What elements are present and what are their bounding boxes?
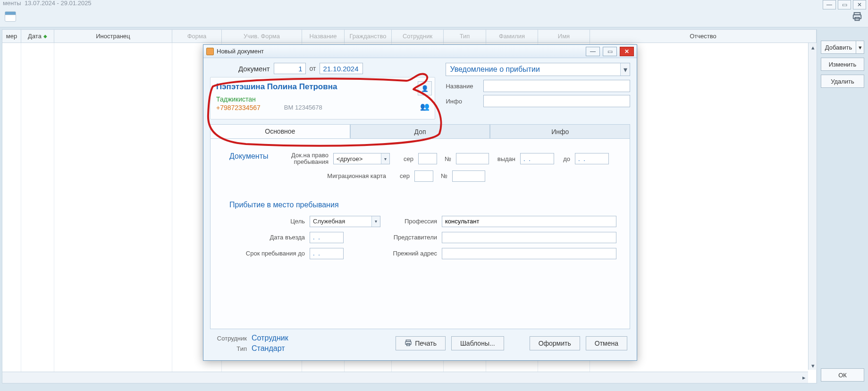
vertical-scrollbar[interactable]: ▴ ▾ bbox=[808, 43, 817, 370]
maximize-button[interactable]: ▭ bbox=[838, 0, 851, 9]
no-input[interactable] bbox=[456, 153, 489, 164]
dialog-top-left: Документ от Пэпэтэшина Полина Петровна Т… bbox=[210, 63, 435, 119]
dialog-minimize-button[interactable]: — bbox=[586, 47, 600, 56]
chevron-down-icon: ▾ bbox=[371, 216, 380, 227]
date-to: 29.01.2025 bbox=[61, 0, 92, 7]
svg-rect-4 bbox=[405, 341, 411, 344]
tab-info[interactable]: Инфо bbox=[490, 124, 630, 138]
col-forma[interactable]: Форма bbox=[172, 30, 222, 42]
footer-sotr-value[interactable]: Сотрудник bbox=[252, 334, 288, 342]
right-doc-value: <другое> bbox=[337, 155, 362, 162]
printer-icon[interactable] bbox=[851, 11, 863, 22]
cancel-button[interactable]: Отмена bbox=[586, 336, 627, 350]
ok-button[interactable]: ОК bbox=[821, 368, 864, 382]
col-name[interactable]: Имя bbox=[538, 30, 590, 42]
col-fam[interactable]: Фамилия bbox=[486, 30, 538, 42]
mig-no-input[interactable] bbox=[452, 170, 485, 182]
issued-date-input[interactable]: . . bbox=[520, 153, 554, 164]
person-add-icon[interactable]: 👥 bbox=[418, 99, 432, 113]
dialog-app-icon bbox=[206, 48, 214, 55]
printer-icon bbox=[405, 339, 412, 348]
horizontal-scrollbar[interactable]: ▸ bbox=[2, 372, 808, 383]
col-number[interactable]: мер bbox=[2, 30, 21, 42]
new-document-dialog: Новый документ — ▭ ✕ Документ от Пэпэтэш… bbox=[203, 44, 637, 361]
col-sotr[interactable]: Сотрудник bbox=[392, 30, 444, 42]
scroll-right-icon[interactable]: ▸ bbox=[800, 374, 808, 382]
stay-until-label: Срок пребывания до bbox=[244, 250, 305, 257]
document-type-select[interactable]: Уведомление о прибытии ▾ bbox=[446, 63, 630, 76]
issued-label: выдан bbox=[494, 155, 515, 162]
scroll-up-icon[interactable]: ▴ bbox=[809, 43, 817, 51]
mig-ser-input[interactable] bbox=[414, 170, 433, 182]
svg-rect-1 bbox=[853, 15, 861, 18]
templates-button[interactable]: Шаблоны... bbox=[451, 336, 504, 350]
dialog-tabs: Основное Доп Инфо bbox=[210, 124, 630, 139]
dialog-body: Документ от Пэпэтэшина Полина Петровна Т… bbox=[203, 58, 637, 360]
person-country: Таджикистан bbox=[216, 95, 429, 103]
col-patr[interactable]: Отчество bbox=[590, 30, 817, 42]
dialog-titlebar[interactable]: Новый документ — ▭ ✕ bbox=[203, 45, 637, 58]
dialog-top-row: Документ от Пэпэтэшина Полина Петровна Т… bbox=[210, 63, 630, 119]
goal-label: Цель bbox=[244, 218, 305, 225]
app-menu-bar: менты 13.07.2024 - 29.01.2025 bbox=[0, 0, 868, 6]
document-number-input[interactable] bbox=[274, 63, 306, 74]
to-label: до bbox=[559, 155, 570, 162]
side-actions: Добавить ▾ Изменить Удалить ОК bbox=[821, 27, 868, 385]
chevron-down-icon: ▾ bbox=[381, 153, 389, 164]
tab-main[interactable]: Основное bbox=[210, 124, 350, 138]
person-card-icon[interactable]: 👤 bbox=[418, 81, 432, 95]
grid-header: мер Дата◆ Иностранец Форма Учив. Форма Н… bbox=[2, 30, 817, 43]
edit-button[interactable]: Изменить bbox=[821, 58, 864, 71]
title-fragment: менты bbox=[3, 0, 21, 7]
tab-dop[interactable]: Доп bbox=[350, 124, 490, 138]
col-nazv[interactable]: Название bbox=[302, 30, 345, 42]
col-type[interactable]: Тип bbox=[444, 30, 486, 42]
stay-until-input[interactable]: . . bbox=[310, 248, 344, 259]
ser-label: сер bbox=[395, 155, 413, 162]
entry-date-input[interactable]: . . bbox=[310, 232, 344, 243]
prev-addr-label: Прежний адрес bbox=[385, 250, 437, 257]
print-button[interactable]: Печать bbox=[396, 336, 446, 350]
footer-meta: Сотрудник Сотрудник Тип Стандарт bbox=[213, 334, 317, 353]
no-label: № bbox=[442, 155, 451, 162]
to-date-input[interactable]: . . bbox=[575, 153, 609, 164]
dialog-maximize-button[interactable]: ▭ bbox=[603, 47, 617, 56]
delete-button[interactable]: Удалить bbox=[821, 75, 864, 88]
ser-input[interactable] bbox=[418, 153, 437, 164]
add-button[interactable]: Добавить bbox=[821, 41, 856, 54]
minimize-button[interactable]: — bbox=[823, 0, 836, 9]
tab-pane-main: Документы Док.на право пребывания <друго… bbox=[210, 139, 630, 329]
col-date[interactable]: Дата◆ bbox=[21, 30, 54, 42]
info-label: Инфо bbox=[446, 98, 479, 105]
toolbar bbox=[0, 6, 868, 27]
profession-input[interactable] bbox=[442, 216, 616, 227]
goal-select[interactable]: Служебная ▾ bbox=[310, 216, 380, 227]
section-documents-title: Документы bbox=[229, 152, 272, 161]
name-label: Название bbox=[446, 83, 479, 90]
dialog-top-right: Уведомление о прибытии ▾ Название Инфо bbox=[446, 63, 630, 119]
scroll-down-icon[interactable]: ▾ bbox=[809, 361, 817, 370]
chevron-down-icon: ▾ bbox=[620, 63, 630, 76]
col-citizen[interactable]: Гражданство bbox=[345, 30, 392, 42]
main-window-controls: — ▭ ✕ bbox=[823, 0, 866, 9]
reps-input[interactable] bbox=[442, 232, 616, 243]
mig-ser-label: сер bbox=[391, 172, 410, 179]
document-from-label: от bbox=[310, 65, 316, 72]
col-foreigner[interactable]: Иностранец bbox=[54, 30, 172, 42]
close-button[interactable]: ✕ bbox=[853, 0, 866, 9]
dialog-close-button[interactable]: ✕ bbox=[620, 47, 634, 56]
entry-date-label: Дата въезда bbox=[244, 234, 305, 241]
issue-button[interactable]: Оформить bbox=[530, 336, 580, 350]
right-doc-label: Док.на право пребывания bbox=[281, 152, 329, 166]
col-uchiv[interactable]: Учив. Форма bbox=[222, 30, 302, 42]
right-doc-select[interactable]: <другое> ▾ bbox=[333, 153, 390, 164]
name-input[interactable] bbox=[483, 80, 630, 92]
dialog-title: Новый документ bbox=[217, 48, 264, 55]
prev-addr-input[interactable] bbox=[442, 248, 616, 259]
add-dropdown-button[interactable]: ▾ bbox=[856, 41, 864, 54]
info-input[interactable] bbox=[483, 95, 630, 107]
document-type-value: Уведомление о прибытии bbox=[450, 65, 539, 74]
footer-type-value[interactable]: Стандарт bbox=[252, 344, 285, 353]
document-date-input[interactable] bbox=[320, 63, 363, 74]
calendar-icon[interactable] bbox=[5, 11, 16, 22]
